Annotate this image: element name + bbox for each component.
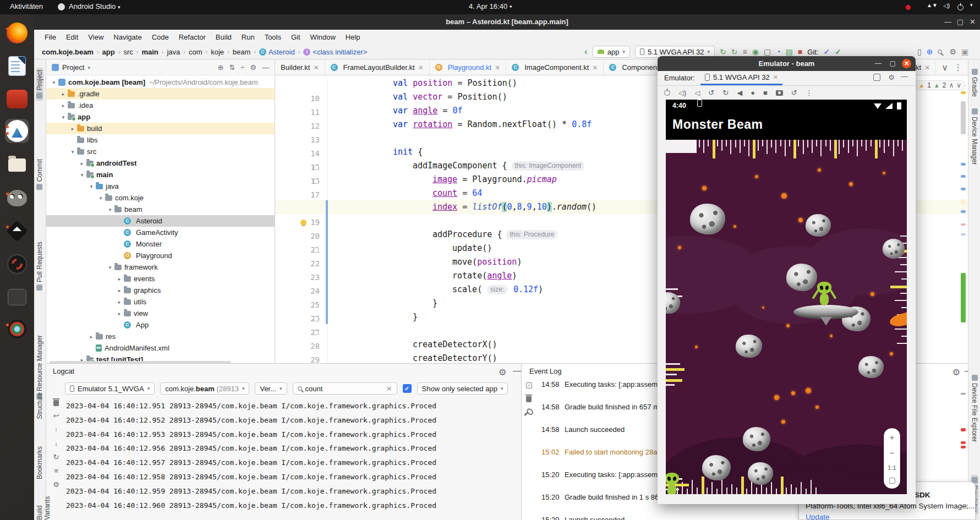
tree-item-view[interactable]: ▸view (46, 308, 275, 319)
dc-dock-icon[interactable] (5, 87, 29, 111)
logcat-output[interactable]: 2023-04-04 16:40:12.951 28913-28945/com.… (66, 399, 507, 520)
toolbar-chevron-icon[interactable]: ‹ (584, 48, 588, 56)
menu-build[interactable]: Build (211, 31, 237, 43)
tree-item-monster[interactable]: CMonster (46, 238, 275, 250)
window-maximize-button[interactable]: ▢ (957, 18, 963, 25)
settings-gear-icon[interactable]: ⚙ (250, 63, 256, 72)
breadcrumb-item[interactable]: app (102, 48, 115, 56)
tree-chevron-icon[interactable]: ▸ (115, 276, 124, 282)
logcat-settings-gear-icon[interactable]: ⚙ (499, 367, 506, 377)
activities-button[interactable]: Aktivitäten (10, 2, 43, 10)
collapse-all-icon[interactable]: ÷ (240, 63, 244, 72)
editor-error-stripe[interactable] (960, 91, 967, 361)
power-icon[interactable] (664, 90, 670, 96)
tree-chevron-icon[interactable]: ▸ (68, 126, 77, 132)
power-icon[interactable] (957, 4, 963, 12)
sidebar-item-commit[interactable]: Commit (36, 159, 43, 190)
menu-tools[interactable]: Tools (260, 31, 286, 43)
clock[interactable]: 4. Apr 16:40 ● (469, 2, 512, 10)
tab-close-icon[interactable]: ✕ (773, 74, 778, 81)
emulator-device-tab[interactable]: 5.1 WVGA API 32 ✕ (700, 71, 782, 85)
logcat-header[interactable]: Logcat (53, 364, 74, 379)
sidebar-item-bookmarks[interactable]: Bookmarks (36, 446, 43, 479)
tree-item--idea[interactable]: ▸.idea (46, 100, 275, 111)
stop-icon[interactable]: ■ (798, 48, 802, 56)
tree-item-com-koje[interactable]: ▾com.koje (46, 192, 275, 204)
breadcrumb-item[interactable]: CAsteroid (259, 48, 295, 56)
rotate-cw-icon[interactable]: ↻ (722, 89, 729, 97)
avatar-icon[interactable]: ▣ (961, 48, 968, 56)
project-view-chevron-icon[interactable]: ▾ (87, 65, 90, 70)
tree-item-com-koje-beam-beam-[interactable]: ▾com.koje.beam [beam]~/Projects/Android/… (46, 76, 275, 88)
tab-close-icon[interactable]: ✕ (418, 64, 424, 72)
camera-icon[interactable] (776, 90, 783, 96)
menu-file[interactable]: File (40, 31, 61, 43)
profile-icon[interactable]: ◔ (776, 48, 780, 56)
breadcrumb-item[interactable]: src (123, 48, 133, 56)
tree-item-framework[interactable]: ▾framework (46, 261, 275, 273)
gimp-dock-icon[interactable] (5, 186, 29, 210)
git-update-icon[interactable]: ✓ (824, 48, 830, 56)
volume-down-icon[interactable]: ◁ (694, 89, 700, 97)
soft-wrap-icon[interactable]: ↩ (53, 412, 59, 420)
emulator-minimize-button[interactable]: — (875, 59, 882, 67)
network-icon[interactable]: ▲▼ (927, 2, 938, 8)
settings-gear-icon[interactable]: ⚙ (949, 48, 956, 56)
tab-imagecomponent-kt[interactable]: CImageComponent.kt✕ (506, 60, 604, 75)
breadcrumb-item[interactable]: com (189, 48, 202, 56)
tree-chevron-icon[interactable]: ▾ (78, 172, 86, 178)
tree-item-androidtest[interactable]: ▸androidTest (46, 157, 275, 169)
tree-item-gameactivity[interactable]: CGameActivity (46, 227, 275, 238)
zoom-reset-button[interactable]: 1:1 (888, 464, 896, 471)
back-icon[interactable]: ◀ (737, 89, 742, 97)
zoom-out-button[interactable]: − (890, 448, 894, 457)
tree-chevron-icon[interactable]: ▸ (59, 103, 68, 108)
list-icon[interactable]: ≡ (54, 467, 58, 475)
tree-chevron-icon[interactable]: ▾ (96, 195, 105, 201)
menu-view[interactable]: View (83, 31, 108, 43)
tree-item-events[interactable]: ▸events (46, 273, 275, 284)
sidebar-item-project[interactable]: Project (36, 68, 43, 101)
tree-item--gradle[interactable]: ▸.gradle (46, 88, 275, 100)
tree-item-build[interactable]: ▸build (46, 123, 275, 134)
logcat-verbosity-dropdown[interactable]: Ver...▾ (255, 382, 287, 395)
tree-chevron-icon[interactable]: ▸ (59, 91, 68, 97)
checkmark-icon[interactable]: ✓ (526, 382, 532, 388)
tree-chevron-icon[interactable]: ▾ (59, 114, 68, 120)
tree-item-main[interactable]: ▾main (46, 169, 275, 180)
zoom-fit-button[interactable] (889, 478, 895, 484)
tree-chevron-icon[interactable]: ▾ (68, 149, 77, 155)
fold-marker-icon[interactable] (314, 165, 319, 170)
run-restart-icon[interactable]: ↻ (731, 48, 738, 56)
tree-chevron-icon[interactable]: ▸ (115, 288, 124, 293)
fold-marker-icon[interactable] (314, 316, 319, 321)
tree-item-libs[interactable]: libs (46, 134, 275, 146)
prev-problem-icon[interactable]: ∧ (949, 81, 954, 89)
tree-item-graphics[interactable]: ▸graphics (46, 284, 275, 296)
breadcrumb-item[interactable]: com.koje.beam (42, 48, 94, 56)
terminal-dock-icon[interactable] (5, 285, 29, 309)
tree-item-app[interactable]: ▾app (46, 111, 275, 123)
inkscape-dock-icon[interactable] (5, 219, 29, 243)
tab-close-icon[interactable]: ✕ (592, 64, 598, 72)
tree-chevron-icon[interactable]: ▸ (115, 299, 124, 305)
balloon-expand-chevron-icon[interactable]: ∨ (964, 502, 968, 509)
home-icon[interactable]: ● (751, 89, 755, 97)
project-title[interactable]: Project (62, 63, 84, 72)
camera-dock-icon[interactable] (5, 317, 29, 341)
rerun-icon[interactable]: ↻ (720, 48, 726, 56)
record-icon[interactable]: ▤ (786, 48, 793, 56)
regex-checkbox[interactable]: ✓ (403, 384, 412, 393)
menu-git[interactable]: Git (286, 31, 305, 43)
volume-icon[interactable]: ◁) (943, 2, 950, 9)
wrench-icon[interactable] (524, 410, 530, 417)
profiler-steps-icon[interactable]: ≡ (743, 48, 747, 56)
tree-item-asteroid[interactable]: CAsteroid (46, 215, 275, 227)
tree-chevron-icon[interactable]: ▸ (78, 161, 86, 166)
update-link[interactable]: Update (806, 513, 830, 520)
search-icon[interactable] (938, 50, 942, 54)
tree-item-src[interactable]: ▾src (46, 146, 275, 157)
sidebar-item-gradle[interactable]: Gradle (971, 69, 978, 97)
tree-chevron-icon[interactable]: ▾ (87, 184, 96, 189)
sidebar-item-device-manager[interactable]: Device Manager (971, 108, 978, 165)
